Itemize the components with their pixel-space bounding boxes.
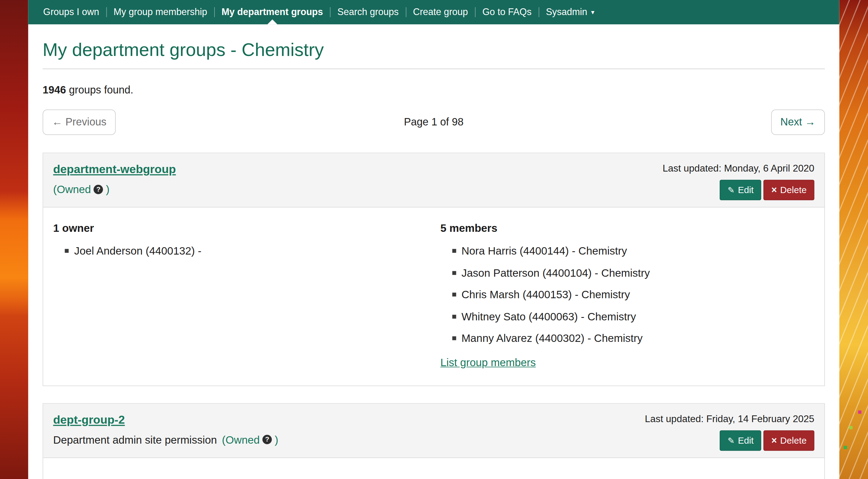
owners-column: 1 owner Joel Anderson (4400132) -	[53, 222, 434, 369]
delete-button-label: Delete	[780, 435, 807, 446]
owned-badge: (Owned?)	[222, 432, 278, 447]
delete-button-label: Delete	[780, 185, 807, 195]
group-description: Department admin site permission	[53, 434, 217, 446]
last-updated-text: Last updated: Friday, 14 February 2025	[645, 412, 814, 425]
group-card-header: department-webgroup (Owned?) Last update…	[43, 153, 824, 207]
owned-badge: (Owned?)	[53, 181, 110, 197]
group-name-link[interactable]: dept-group-2	[53, 412, 125, 428]
list-group-members-link[interactable]: List group members	[440, 356, 536, 369]
nav-item-go-to-faqs[interactable]: Go to FAQs	[475, 0, 539, 24]
delete-x-icon: ×	[771, 185, 777, 195]
group-card-header: dept-group-2 Department admin site permi…	[43, 404, 824, 458]
nav-item-create-group[interactable]: Create group	[406, 0, 475, 24]
edit-pencil-icon: ✎	[728, 437, 735, 445]
group-card: dept-group-2 Department admin site permi…	[43, 403, 825, 479]
pagination: ← Previous Page 1 of 98 Next →	[43, 109, 825, 135]
owned-label: (Owned	[53, 181, 91, 197]
edit-pencil-icon: ✎	[728, 186, 735, 194]
nav-item-groups-i-own[interactable]: Groups I own	[36, 0, 106, 24]
member-item: Nora Harris (4400144) - Chemistry	[462, 240, 814, 262]
main-content: My department groups - Chemistry 1946 gr…	[28, 37, 839, 479]
delete-x-icon: ×	[771, 436, 777, 445]
nav-item-my-department-groups[interactable]: My department groups	[214, 0, 330, 24]
background-art-left	[0, 0, 28, 479]
group-card-body: 1 owner Joel Anderson (4400132) - 5 memb…	[43, 208, 824, 385]
group-header-right: Last updated: Friday, 14 February 2025 ✎…	[645, 412, 814, 451]
background-pixel	[858, 410, 862, 414]
members-list: Nora Harris (4400144) - Chemistry Jason …	[440, 240, 814, 349]
background-art-right	[839, 0, 868, 479]
results-count-suffix: groups found.	[66, 84, 133, 96]
page-column: Groups I own My group membership My depa…	[28, 0, 839, 479]
owners-list: Joel Anderson (4400132) -	[53, 240, 434, 262]
nav-item-sysadmin-label: Sysadmin	[546, 7, 587, 18]
nav-item-search-groups[interactable]: Search groups	[330, 0, 406, 24]
edit-button-label: Edit	[738, 185, 753, 195]
group-action-buttons: ✎Edit ×Delete	[645, 431, 814, 451]
member-item: Manny Alvarez (4400302) - Chemistry	[462, 328, 814, 349]
group-action-buttons: ✎Edit ×Delete	[663, 180, 814, 201]
edit-button[interactable]: ✎Edit	[720, 431, 762, 451]
owned-label: (Owned	[222, 432, 260, 447]
top-nav: Groups I own My group membership My depa…	[28, 0, 839, 24]
delete-button[interactable]: ×Delete	[764, 431, 814, 451]
members-column: 5 members Nora Harris (4400144) - Chemis…	[434, 222, 814, 369]
owners-heading: 1 owner	[53, 222, 434, 234]
owner-item: Joel Anderson (4400132) -	[74, 240, 434, 262]
delete-button[interactable]: ×Delete	[764, 180, 814, 201]
member-item: Chris Marsh (4400153) - Chemistry	[462, 284, 814, 306]
owned-label-close: )	[106, 181, 110, 197]
page-status: Page 1 of 98	[43, 116, 825, 129]
group-card: department-webgroup (Owned?) Last update…	[43, 153, 825, 386]
background-pixel	[844, 446, 847, 449]
page-title: My department groups - Chemistry	[43, 37, 825, 62]
background-pixel	[849, 426, 852, 429]
title-divider	[43, 69, 825, 69]
nav-item-sysadmin[interactable]: Sysadmin ▾	[539, 0, 602, 24]
screenshot-viewport: Groups I own My group membership My depa…	[0, 0, 868, 479]
members-heading: 5 members	[440, 222, 814, 234]
help-icon[interactable]: ?	[262, 435, 272, 445]
last-updated-text: Last updated: Monday, 6 April 2020	[663, 162, 814, 175]
results-count: 1946	[43, 84, 66, 96]
group-card-body	[43, 458, 824, 479]
help-icon[interactable]: ?	[94, 184, 103, 194]
edit-button[interactable]: ✎Edit	[720, 180, 762, 201]
edit-button-label: Edit	[738, 435, 753, 446]
results-count-line: 1946 groups found.	[43, 84, 825, 96]
nav-item-my-group-membership[interactable]: My group membership	[106, 0, 214, 24]
chevron-down-icon: ▾	[591, 8, 594, 16]
member-item: Jason Patterson (4400104) - Chemistry	[462, 262, 814, 284]
group-name-link[interactable]: department-webgroup	[53, 161, 176, 178]
group-header-right: Last updated: Monday, 6 April 2020 ✎Edit…	[663, 162, 814, 200]
member-item: Whitney Sato (4400063) - Chemistry	[462, 306, 814, 328]
owned-label-close: )	[275, 432, 278, 447]
